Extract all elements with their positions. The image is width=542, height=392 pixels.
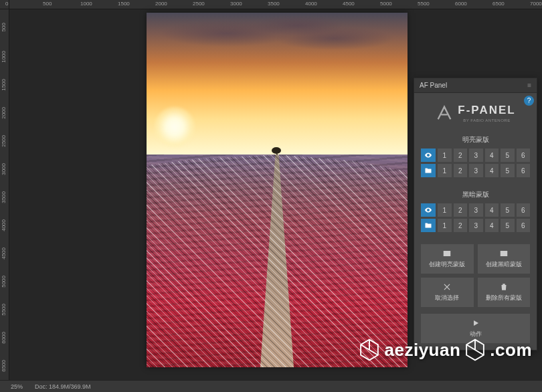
delete-all-masks-button[interactable]: 删除所有蒙版 xyxy=(478,278,531,307)
light-level-6[interactable]: 6 xyxy=(517,149,531,162)
light-level-4[interactable]: 4 xyxy=(485,149,499,162)
image-sky xyxy=(147,13,408,155)
dark-level-5[interactable]: 5 xyxy=(501,203,515,217)
dark-save-5[interactable]: 5 xyxy=(501,219,515,232)
ruler-vertical: 5001000150020002500300035004000450050005… xyxy=(0,9,9,392)
light-level-2[interactable]: 2 xyxy=(454,149,468,162)
panel-tab[interactable]: AF Panel ≡ xyxy=(414,78,537,93)
doc-info: Doc: 184.9M/369.9M xyxy=(35,383,91,390)
watermark-text1: aeziyuan xyxy=(384,340,460,361)
brand-subtitle: BY FABIO ANTENORE xyxy=(458,118,515,122)
dark-level-1[interactable]: 1 xyxy=(438,203,452,217)
section-light-title: 明亮蒙版 xyxy=(421,135,530,144)
selection-marching-ants xyxy=(147,155,408,367)
brand-name: F-PANEL xyxy=(458,104,515,117)
light-save-6[interactable]: 6 xyxy=(517,164,531,177)
dark-level-4[interactable]: 4 xyxy=(485,203,499,217)
create-light-mask-button[interactable]: 创建明亮蒙版 xyxy=(421,244,474,274)
ruler-horizontal: 0500100015002000250030003500400045005000… xyxy=(9,0,542,9)
deselect-button[interactable]: 取消选择 xyxy=(421,278,474,307)
watermark-logo-icon xyxy=(359,338,380,362)
watermark-logo-icon xyxy=(464,338,486,362)
deselect-label: 取消选择 xyxy=(435,294,459,302)
panel-tab-label: AF Panel xyxy=(420,82,447,89)
dark-save-4[interactable]: 4 xyxy=(485,219,499,232)
create-dark-mask-button[interactable]: 创建黑暗蒙版 xyxy=(478,244,531,274)
help-icon[interactable]: ? xyxy=(524,96,534,106)
status-bar: 25% Doc: 184.9M/369.9M xyxy=(0,380,542,392)
light-save-5[interactable]: 5 xyxy=(501,164,515,177)
light-level-1[interactable]: 1 xyxy=(438,149,452,162)
folder-icon[interactable] xyxy=(421,219,436,232)
light-level-3[interactable]: 3 xyxy=(469,149,483,162)
create-dark-label: 创建黑暗蒙版 xyxy=(486,260,522,269)
af-panel: AF Panel ≡ ? F-PANEL BY FABIO ANTENORE 明… xyxy=(414,78,537,351)
light-save-4[interactable]: 4 xyxy=(485,164,499,177)
brand-logo-icon xyxy=(435,104,454,122)
folder-icon[interactable] xyxy=(421,164,436,177)
create-light-label: 创建明亮蒙版 xyxy=(429,260,465,269)
section-dark-masks: 黑暗蒙版 1 2 3 4 5 6 1 2 3 4 5 6 xyxy=(414,185,537,240)
delete-all-label: 删除所有蒙版 xyxy=(486,294,522,302)
document[interactable] xyxy=(147,13,408,367)
dark-save-2[interactable]: 2 xyxy=(454,219,468,232)
visibility-icon[interactable] xyxy=(421,149,436,162)
dark-save-6[interactable]: 6 xyxy=(517,219,531,232)
light-save-1[interactable]: 1 xyxy=(438,164,452,177)
dark-save-3[interactable]: 3 xyxy=(469,219,483,232)
visibility-icon[interactable] xyxy=(421,203,436,217)
panel-menu-icon[interactable]: ≡ xyxy=(527,82,531,89)
watermark: aeziyuan .com xyxy=(359,338,532,362)
section-dark-title: 黑暗蒙版 xyxy=(421,190,530,199)
panel-header: ? F-PANEL BY FABIO ANTENORE xyxy=(414,93,537,130)
light-save-3[interactable]: 3 xyxy=(469,164,483,177)
zoom-level[interactable]: 25% xyxy=(11,383,23,390)
dark-save-1[interactable]: 1 xyxy=(438,219,452,232)
dark-level-6[interactable]: 6 xyxy=(517,203,531,217)
light-save-2[interactable]: 2 xyxy=(454,164,468,177)
light-level-5[interactable]: 5 xyxy=(501,149,515,162)
dark-level-3[interactable]: 3 xyxy=(469,203,483,217)
section-light-masks: 明亮蒙版 1 2 3 4 5 6 1 2 3 4 5 6 xyxy=(414,130,537,185)
dark-level-2[interactable]: 2 xyxy=(454,203,468,217)
watermark-text2: .com xyxy=(490,340,532,361)
